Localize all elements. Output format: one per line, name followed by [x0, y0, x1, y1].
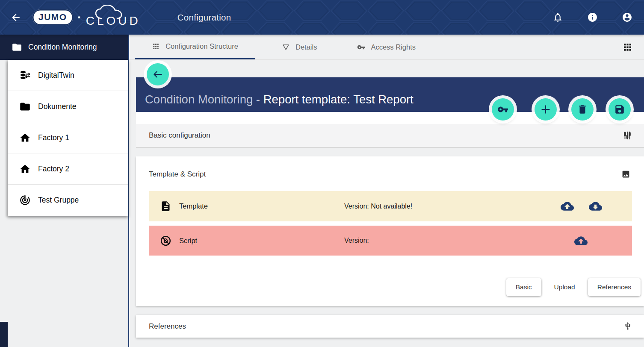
folder-icon: [19, 101, 31, 112]
cloud-upload-icon[interactable]: [561, 200, 574, 213]
title-main: Report template: Test Report: [263, 93, 414, 106]
bell-icon[interactable]: [552, 12, 563, 23]
script-row-actions: [574, 234, 588, 247]
script-row-label: Script: [179, 237, 197, 245]
info-icon[interactable]: [587, 12, 598, 23]
home-icon: [19, 132, 31, 144]
save-icon: [614, 104, 625, 115]
sidebar-item-label: DigitalTwin: [38, 71, 74, 80]
sidebar-rail-bottom: [0, 322, 8, 347]
script-off-icon: [160, 235, 171, 247]
template-row: Template Version: Not available!: [149, 191, 632, 221]
template-version-text: Version: Not available!: [344, 203, 412, 210]
grid-icon: [152, 42, 160, 50]
sidebar-header-label: Condition Monitoring: [28, 43, 97, 52]
digital-twin-icon: [19, 70, 31, 81]
back-arrow-icon[interactable]: [10, 12, 21, 23]
panel-lower-strip: [136, 112, 644, 124]
sidebar-item-dokumente[interactable]: Dokumente: [8, 91, 128, 122]
upload-button[interactable]: Upload: [547, 278, 582, 296]
tab-label: Details: [295, 43, 317, 51]
title-prefix: Condition Monitoring: [145, 93, 253, 106]
section-label: References: [149, 322, 186, 331]
target-icon: [19, 194, 31, 206]
cloud-wordmark: CLOUD: [86, 14, 141, 28]
account-icon[interactable]: [622, 12, 632, 23]
image-icon[interactable]: [621, 170, 630, 179]
trash-icon: [577, 104, 588, 115]
save-fab-button[interactable]: [609, 98, 631, 121]
sidebar-item-label: Dokumente: [38, 102, 77, 111]
grid-view-icon[interactable]: [622, 42, 633, 53]
key-icon: [357, 43, 365, 51]
usb-icon: [623, 322, 632, 331]
navigation-sidebar: Condition Monitoring DigitalTwin: [0, 35, 129, 347]
basic-configuration-section[interactable]: Basic configuration: [136, 124, 644, 148]
references-button[interactable]: References: [588, 278, 641, 296]
sidebar-item-label: Factory 1: [38, 133, 69, 142]
arrow-left-icon: [152, 69, 163, 80]
template-script-card: Template & Script Template Version: Not …: [136, 156, 644, 306]
template-script-buttons: Basic Upload References: [506, 278, 641, 296]
sidebar-item-condition-monitoring[interactable]: Condition Monitoring: [0, 35, 128, 60]
template-row-actions: [561, 200, 602, 213]
cloud-logo: CLOUD: [86, 6, 149, 29]
delete-fab-button[interactable]: [571, 98, 594, 121]
appbar-actions: [552, 12, 632, 23]
sidebar-item-label: Test Gruppe: [38, 196, 79, 205]
add-fab-button[interactable]: [535, 98, 557, 121]
sidebar-item-factory-1[interactable]: Factory 1: [8, 122, 128, 153]
funnel-icon: [282, 43, 290, 51]
access-rights-fab-button[interactable]: [492, 98, 514, 121]
sidebar-item-factory-2[interactable]: Factory 2: [8, 153, 128, 185]
jumo-brand: JUMO: [32, 9, 73, 25]
home-icon: [19, 163, 31, 175]
script-row: Script Version:: [149, 226, 632, 256]
logo-separator: ·: [77, 11, 82, 24]
tab-details[interactable]: Details: [271, 35, 328, 59]
references-section[interactable]: References: [136, 315, 644, 338]
tab-label: Access Rights: [371, 43, 416, 51]
jumo-cloud-configuration-page: { "colors": { "appbar_navy": "#1e3a6e", …: [0, 0, 644, 347]
tab-label: Configuration Structure: [165, 42, 238, 50]
script-version-text: Version:: [344, 237, 369, 244]
basic-button[interactable]: Basic: [506, 278, 541, 296]
sidebar-item-test-gruppe[interactable]: Test Gruppe: [8, 185, 128, 216]
page-title: Configuration: [177, 12, 231, 23]
jumo-cloud-logo: JUMO · CLOUD: [32, 6, 149, 29]
tab-access-rights[interactable]: Access Rights: [346, 35, 427, 59]
selection-title-panel: Condition Monitoring - Report template: …: [136, 77, 644, 112]
back-fab-button[interactable]: [147, 63, 169, 85]
sliders-icon[interactable]: [623, 131, 632, 140]
sidebar-menu: DigitalTwin Dokumente Factory 1 Factory …: [8, 60, 128, 216]
cloud-upload-icon[interactable]: [574, 234, 588, 247]
template-script-title: Template & Script: [149, 170, 206, 179]
template-row-label: Template: [179, 202, 208, 210]
cloud-download-icon[interactable]: [589, 200, 602, 213]
app-bar: JUMO · CLOUD Configuration: [0, 0, 644, 35]
tab-bar: Configuration Structure Details Access R…: [129, 35, 644, 60]
sidebar-item-label: Factory 2: [38, 165, 69, 174]
folder-icon: [12, 42, 22, 53]
title-separator: -: [253, 93, 263, 106]
tab-configuration-structure[interactable]: Configuration Structure: [135, 35, 255, 59]
document-icon: [160, 200, 171, 212]
main-content: Configuration Structure Details Access R…: [129, 35, 644, 347]
key-icon: [497, 104, 508, 115]
sidebar-item-digitaltwin[interactable]: DigitalTwin: [8, 60, 128, 91]
section-label: Basic configuration: [149, 131, 210, 140]
plus-icon: [540, 104, 551, 115]
